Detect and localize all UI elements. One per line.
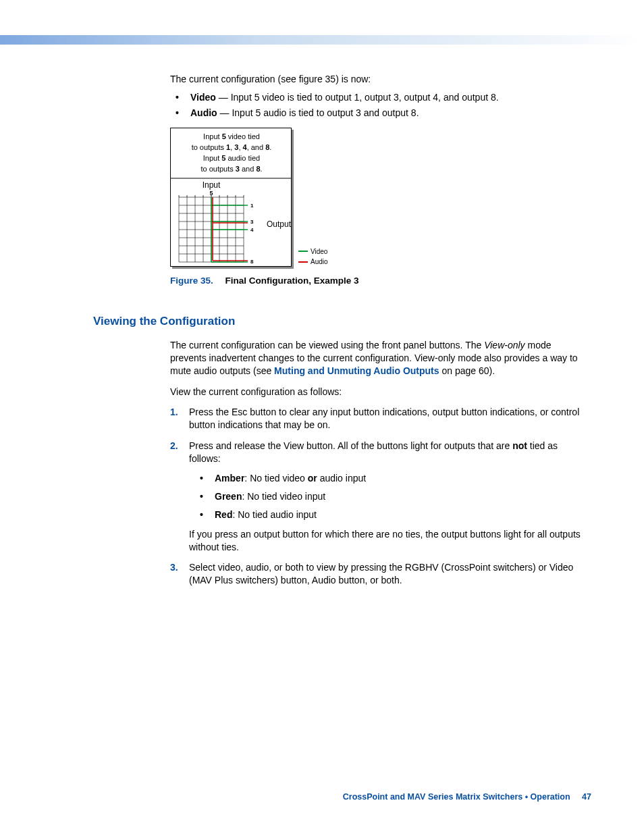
bullet-audio: Audio — Input 5 audio is tied to output …: [173, 107, 587, 120]
fig-line3-pre: Input: [203, 154, 222, 162]
fig-line2-end: .: [269, 143, 271, 151]
fig-line2-m3: , and: [247, 143, 266, 151]
sub-amber-b: or: [308, 473, 317, 484]
sub-red-text: : No tied audio input: [232, 509, 317, 520]
footer-text: CrossPoint and MAV Series Matrix Switche…: [343, 792, 570, 802]
sub-amber: Amber: No tied video or audio input: [197, 472, 587, 485]
sub-green-text: : No tied video input: [242, 491, 325, 502]
figure-title: Final Configuration, Example 3: [225, 276, 359, 286]
fig-row-1: 1: [250, 203, 254, 209]
fig-output-label: Output: [267, 219, 292, 229]
bullet-audio-label: Audio: [190, 107, 217, 118]
legend-audio-swatch: [298, 261, 308, 263]
fig-line1-pre: Input: [203, 132, 222, 140]
step-2-b: not: [512, 440, 527, 451]
fig-line3-post: audio tied: [225, 154, 260, 162]
svg-text:Input 5 audio tied: Input 5 audio tied: [203, 154, 260, 162]
fig-line4-m1: and: [240, 165, 256, 173]
header-gradient-band: [0, 35, 644, 45]
fig-audio-ties: [213, 197, 248, 261]
step-3-num: 3.: [170, 561, 178, 574]
intro-text: The current configuration (see figure 35…: [170, 73, 587, 86]
step-1-text: Press the Esc button to clear any input …: [189, 407, 579, 430]
step-2-a: Press and release the View button. All o…: [189, 440, 512, 451]
section-heading-viewing: Viewing the Configuration: [93, 314, 587, 330]
fig-line1-post: video tied: [226, 132, 260, 140]
steps-list: 1. Press the Esc button to clear any inp…: [170, 406, 587, 587]
svg-text:to outputs 1, 3, 4, and 8.: to outputs 1, 3, 4, and 8.: [192, 143, 272, 151]
figure-number: Figure 35.: [170, 276, 213, 286]
step-2-sublist: Amber: No tied video or audio input Gree…: [197, 472, 587, 521]
sub-amber-label: Amber: [215, 473, 244, 484]
para1-a: The current configuration can be viewed …: [170, 340, 484, 350]
footer-page-number: 47: [582, 792, 591, 802]
fig-line2-pre: to outputs: [192, 143, 226, 151]
figure-caption: Figure 35. Final Configuration, Example …: [170, 275, 587, 287]
fig-row-3: 3: [250, 219, 254, 225]
fig-row-8: 8: [250, 259, 254, 265]
sub-amber-c: audio input: [317, 473, 366, 484]
bullet-audio-text: — Input 5 audio is tied to output 3 and …: [217, 107, 419, 118]
step-1-num: 1.: [170, 406, 178, 419]
sub-amber-a: : No tied video: [244, 473, 307, 484]
step-2-num: 2.: [170, 440, 178, 452]
legend-video-label: Video: [311, 247, 327, 257]
fig-input-label: Input: [203, 180, 221, 190]
page-footer: CrossPoint and MAV Series Matrix Switche…: [343, 792, 591, 802]
figure-legend: Video Audio: [298, 247, 328, 267]
step-2-note: If you press an output button for which …: [189, 528, 587, 554]
para1-d: on page 60).: [439, 365, 495, 376]
legend-audio-label: Audio: [311, 257, 328, 267]
fig-line4-pre: to outputs: [200, 165, 235, 173]
bullet-video-text: — Input 5 video is tied to output 1, out…: [216, 92, 499, 103]
step-1: 1. Press the Esc button to clear any inp…: [170, 406, 587, 432]
para1-b: View-only: [484, 340, 525, 350]
link-muting-unmuting[interactable]: Muting and Unmuting Audio Outputs: [274, 365, 439, 376]
sub-red: Red: No tied audio input: [197, 509, 587, 521]
sub-red-label: Red: [215, 509, 232, 520]
figure-35-diagram: Input 5 video tied to outputs 1, 3, 4, a…: [170, 128, 292, 267]
legend-video-swatch: [298, 251, 308, 252]
figure-35: Input 5 video tied to outputs 1, 3, 4, a…: [170, 128, 587, 287]
bullet-video: Video — Input 5 video is tied to output …: [173, 91, 587, 104]
step-3-text: Select video, audio, or both to view by …: [189, 562, 573, 585]
step-3: 3. Select video, audio, or both to view …: [170, 561, 587, 587]
svg-text:to outputs 3 and 8.: to outputs 3 and 8.: [200, 165, 262, 173]
para-viewonly: The current configuration can be viewed …: [170, 339, 587, 377]
sub-green-label: Green: [215, 491, 242, 502]
bullet-video-label: Video: [190, 92, 216, 103]
fig-line4-end: .: [261, 165, 263, 173]
para-view-follows: View the current configuration as follow…: [170, 386, 587, 398]
fig-video-ties: [211, 197, 248, 262]
sub-green: Green: No tied video input: [197, 490, 587, 503]
svg-text:Input 5 video tied: Input 5 video tied: [203, 132, 260, 140]
step-2: 2. Press and release the View button. Al…: [170, 440, 587, 553]
config-bullet-list: Video — Input 5 video is tied to output …: [170, 91, 587, 120]
page-content: The current configuration (see figure 35…: [170, 73, 587, 595]
fig-row-4: 4: [250, 227, 254, 233]
